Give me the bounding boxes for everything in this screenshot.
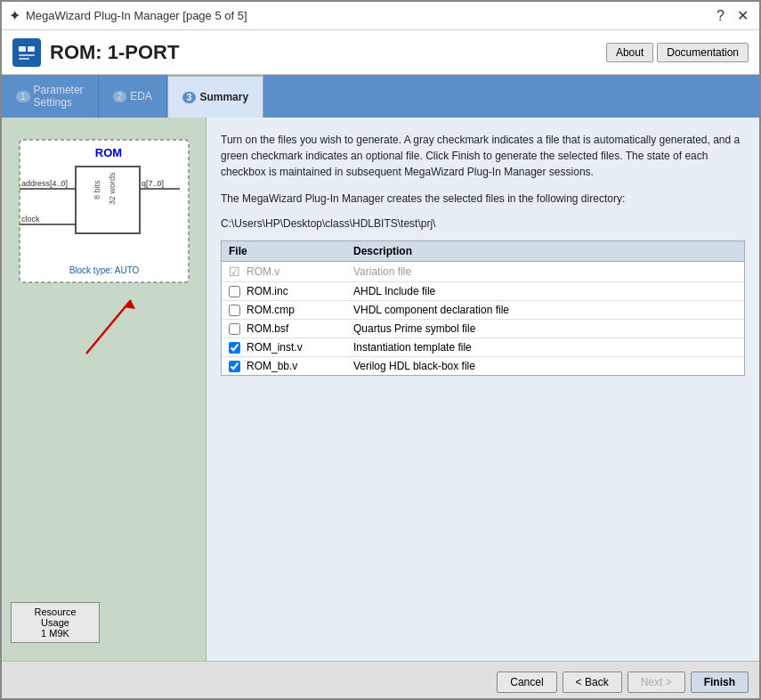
title-bar: ✦ MegaWizard Plug-In Manager [page 5 of … xyxy=(2,2,759,30)
svg-text:ROM: ROM xyxy=(94,146,121,159)
app-title-group: ROM: 1-PORT xyxy=(12,38,179,67)
svg-text:32 words: 32 words xyxy=(108,172,117,205)
tab-summary[interactable]: 3 Summary xyxy=(167,75,263,118)
file-name: ROM_inst.v xyxy=(247,341,353,354)
tab1-label: ParameterSettings xyxy=(34,84,84,109)
tab3-label: Summary xyxy=(199,91,248,103)
svg-rect-1 xyxy=(19,46,26,52)
directory-path: C:\Users\HP\Desktop\class\HDLBITS\test\p… xyxy=(221,217,745,230)
file-desc: VHDL component declaration file xyxy=(353,304,737,316)
checkbox-rom-inc[interactable] xyxy=(229,286,240,297)
checkbox-rom-bsf[interactable] xyxy=(229,323,240,335)
file-name: ROM.v xyxy=(247,265,353,278)
close-button[interactable]: ✕ xyxy=(733,7,752,24)
svg-text:clock: clock xyxy=(21,215,40,224)
table-header: File Description xyxy=(222,241,744,262)
main-content: ROM 8 bits 32 words address[4..0] q[7..0… xyxy=(2,118,759,661)
file-desc: Quartus Prime symbol file xyxy=(353,322,737,335)
file-name: ROM.cmp xyxy=(247,304,353,316)
file-name: ROM.bsf xyxy=(247,322,353,335)
app-icon: ✦ xyxy=(9,7,20,24)
col-file-header: File xyxy=(229,245,353,257)
svg-text:q[7..0]: q[7..0] xyxy=(142,179,164,188)
file-desc: Verilog HDL black-box file xyxy=(353,360,737,372)
resource-usage-label: Resource Usage xyxy=(20,606,90,628)
table-row: ROM.inc AHDL Include file xyxy=(222,282,744,301)
finish-button[interactable]: Finish xyxy=(691,672,749,693)
checkbox-cell[interactable] xyxy=(229,361,247,372)
directory-intro: The MegaWizard Plug-In Manager creates t… xyxy=(221,191,745,207)
cancel-button[interactable]: Cancel xyxy=(497,672,556,693)
checkbox-rom-inst[interactable] xyxy=(229,342,240,354)
table-row: ☑ ROM.v Variation file xyxy=(222,262,744,282)
table-row: ROM_inst.v Instantiation template file xyxy=(222,338,744,357)
checkbox-cell[interactable] xyxy=(229,342,247,354)
app-header: ROM: 1-PORT About Documentation xyxy=(2,30,759,75)
window-title: MegaWizard Plug-In Manager [page 5 of 5] xyxy=(26,9,247,22)
checkbox-cell[interactable] xyxy=(229,286,247,297)
back-button[interactable]: < Back xyxy=(563,672,622,693)
tab-eda[interactable]: 2 EDA xyxy=(99,75,167,118)
checkbox-cell[interactable] xyxy=(229,323,247,335)
svg-text:address[4..0]: address[4..0] xyxy=(21,179,68,188)
description-text: Turn on the files you wish to generate. … xyxy=(221,132,745,180)
right-panel: Turn on the files you wish to generate. … xyxy=(206,118,759,661)
checkbox-cell: ☑ xyxy=(229,265,247,279)
next-button[interactable]: Next > xyxy=(627,672,685,693)
svg-rect-2 xyxy=(28,46,35,52)
rom-icon xyxy=(12,38,41,67)
tab1-number: 1 xyxy=(16,91,30,102)
table-row: ROM.bsf Quartus Prime symbol file xyxy=(222,320,744,338)
tab2-label: EDA xyxy=(130,90,152,102)
left-panel: ROM 8 bits 32 words address[4..0] q[7..0… xyxy=(2,118,206,661)
page-title: ROM: 1-PORT xyxy=(50,41,179,64)
file-desc: AHDL Include file xyxy=(353,285,737,297)
about-button[interactable]: About xyxy=(606,43,653,62)
title-bar-controls: ? ✕ xyxy=(713,7,752,24)
svg-rect-4 xyxy=(19,58,29,60)
svg-text:Block type: AUTO: Block type: AUTO xyxy=(69,265,139,275)
col-desc-header: Description xyxy=(353,245,737,257)
checkbox-gray-icon: ☑ xyxy=(229,265,240,279)
file-desc: Variation file xyxy=(353,265,737,278)
table-row: ROM.cmp VHDL component declaration file xyxy=(222,301,744,320)
svg-rect-3 xyxy=(19,54,35,56)
resource-usage-value: 1 M9K xyxy=(20,628,90,639)
table-row: ROM_bb.v Verilog HDL black-box file xyxy=(222,357,744,375)
rom-diagram: ROM 8 bits 32 words address[4..0] q[7..0… xyxy=(15,135,193,291)
header-buttons: About Documentation xyxy=(606,43,749,62)
help-button[interactable]: ? xyxy=(713,8,728,24)
file-name: ROM_bb.v xyxy=(247,360,353,372)
file-table: File Description ☑ ROM.v Variation file … xyxy=(221,240,745,376)
checkbox-cell[interactable] xyxy=(229,305,247,316)
bottom-bar: Cancel < Back Next > Finish xyxy=(2,661,759,700)
title-bar-left: ✦ MegaWizard Plug-In Manager [page 5 of … xyxy=(9,7,247,24)
tab2-number: 2 xyxy=(113,91,127,102)
tab-parameter-settings[interactable]: 1 ParameterSettings xyxy=(2,75,99,118)
arrow-annotation xyxy=(15,282,193,362)
svg-text:8 bits: 8 bits xyxy=(93,180,101,199)
tab3-number: 3 xyxy=(182,92,197,103)
file-name: ROM.inc xyxy=(247,285,353,297)
documentation-button[interactable]: Documentation xyxy=(657,43,749,62)
file-desc: Instantiation template file xyxy=(353,341,737,354)
svg-line-17 xyxy=(86,300,131,354)
checkbox-rom-bb[interactable] xyxy=(229,361,240,372)
tabs-bar: 1 ParameterSettings 2 EDA 3 Summary xyxy=(2,75,759,118)
resource-usage: Resource Usage 1 M9K xyxy=(11,602,100,643)
checkbox-rom-cmp[interactable] xyxy=(229,305,240,316)
